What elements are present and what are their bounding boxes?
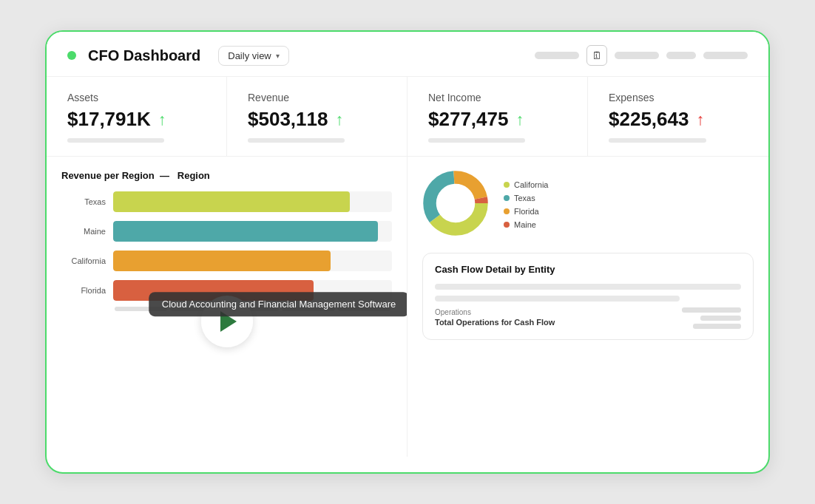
bar-label-maine: Maine [61,227,106,236]
bar-chart-title: Revenue per Region — Region [61,170,392,181]
bar-container-california [113,251,392,271]
tooltip-box: Cloud Accounting and Financial Managemen… [149,292,408,316]
bar-fill-texas [113,191,350,212]
legend-item-texas: Texas [504,194,548,202]
kpi-card-expenses: Expenses $225,643 ↑ [588,77,768,156]
tooltip-overlay: Cloud Accounting and Financial Managemen… [149,292,408,316]
header-pill-2 [615,52,659,59]
bar-row-california: California [61,251,392,271]
header-pill-4 [703,52,748,59]
cf-mini-bar-3 [693,324,741,329]
cf-operations-label: Operations [435,308,555,316]
bar-label-california: California [61,256,106,265]
dashboard-title: CFO Dashboard [88,47,200,64]
header-pill-1 [535,52,579,59]
legend-dot-texas [504,195,510,201]
kpi-row: Assets $17,791K ↑ Revenue $503,118 ↑ Net… [47,76,768,157]
legend-item-florida: Florida [504,207,548,216]
kpi-card-assets: Assets $17,791K ↑ [47,77,227,156]
header-controls: 🗓 [535,45,748,66]
donut-chart [422,170,489,239]
kpi-bar-revenue [248,138,345,143]
legend-label-florida: Florida [514,207,539,216]
kpi-arrow-revenue: ↑ [335,110,343,129]
cf-total-label: Total Operations for Cash Flow [435,318,555,327]
cf-mini-bar-2 [700,316,741,321]
kpi-label-revenue: Revenue [248,92,386,103]
legend-dot-california [504,182,510,188]
kpi-value-revenue: $503,118 [248,108,328,131]
header-pill-3 [666,52,696,59]
legend-label-california: California [514,180,548,189]
legend-item-california: California [504,180,548,189]
legend-dot-florida [504,208,510,214]
kpi-arrow-assets: ↑ [158,110,166,129]
bar-row-texas: Texas [61,191,392,212]
bar-container-maine [113,221,392,242]
bottom-section: Revenue per Region — Region Texas Maine [47,157,768,457]
cf-bar-2 [435,296,680,302]
bar-chart: Texas Maine California [61,191,392,301]
legend-label-maine: Maine [514,220,536,229]
legend-item-maine: Maine [504,220,548,229]
legend-dot-maine [504,222,510,228]
bar-label-texas: Texas [61,197,106,206]
cf-right-bars [682,307,741,329]
cf-row: Operations Total Operations for Cash Flo… [435,307,741,329]
kpi-bar-expenses [609,138,706,143]
bar-container-texas [113,191,392,212]
bar-fill-california [113,251,331,271]
daily-view-button[interactable]: Daily view ▾ [218,46,289,66]
chevron-down-icon: ▾ [276,52,280,60]
donut-legend: California Texas Florida Maine [504,180,548,229]
bar-label-florida: Florida [61,286,106,295]
cf-mini-bar-1 [682,307,741,313]
kpi-card-net-income: Net Income $277,475 ↑ [408,77,588,156]
status-dot [67,51,76,60]
cash-flow-title: Cash Flow Detail by Entity [435,264,741,275]
kpi-label-expenses: Expenses [609,92,748,103]
left-panel: Revenue per Region — Region Texas Maine [47,157,408,457]
kpi-arrow-net-income: ↑ [515,110,524,129]
kpi-value-assets: $17,791K [67,108,151,131]
right-panel: California Texas Florida Maine [408,157,768,457]
header: CFO Dashboard Daily view ▾ 🗓 [47,32,768,76]
cash-flow-section: Cash Flow Detail by Entity Operations To… [422,253,754,340]
bar-fill-maine [113,221,378,242]
kpi-value-net-income: $277,475 [428,108,508,131]
kpi-bar-assets [67,138,164,143]
kpi-arrow-expenses: ↑ [696,110,704,129]
kpi-bar-net-income [428,138,525,143]
cf-left: Operations Total Operations for Cash Flo… [435,308,555,328]
kpi-label-assets: Assets [67,92,206,103]
kpi-label-net-income: Net Income [428,92,567,103]
dashboard-card: CFO Dashboard Daily view ▾ 🗓 Assets $17,… [45,30,770,474]
daily-view-label: Daily view [228,50,271,61]
donut-section: California Texas Florida Maine [422,170,754,239]
kpi-value-expenses: $225,643 [609,108,689,131]
legend-label-texas: Texas [514,194,535,202]
cf-bar-1 [435,284,741,290]
bar-row-maine: Maine [61,221,392,242]
calendar-icon[interactable]: 🗓 [586,45,607,66]
donut-svg [422,170,489,236]
kpi-card-revenue: Revenue $503,118 ↑ [227,77,408,156]
